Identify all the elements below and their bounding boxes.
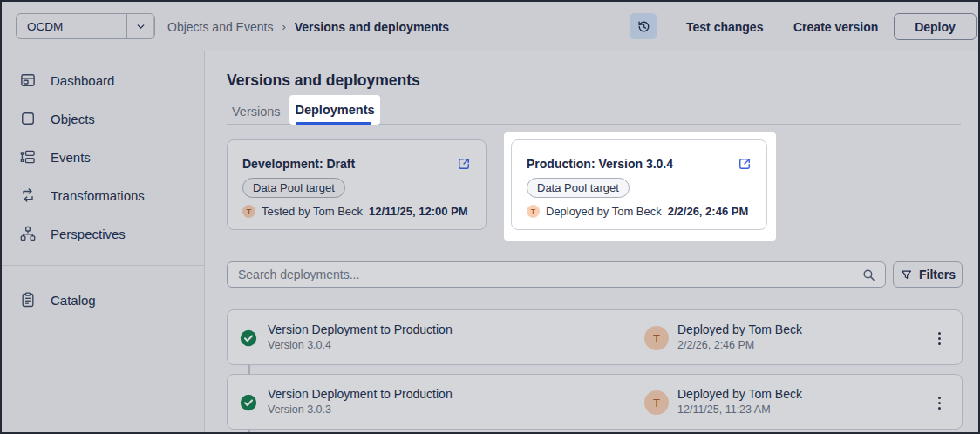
sidebar-item-perspectives[interactable]: Perspectives	[2, 214, 204, 253]
deployment-by: Deployed by Tom Beck	[677, 322, 802, 336]
breadcrumb-objects-and-events[interactable]: Objects and Events	[167, 20, 273, 34]
breadcrumb-separator: ›	[282, 20, 285, 33]
deploy-button[interactable]: Deploy	[894, 13, 977, 40]
sidebar: Dashboard Objects Events Transformations…	[2, 51, 205, 432]
card-meta: T Deployed by Tom Beck 2/2/26, 2:46 PM	[527, 205, 748, 218]
breadcrumb: Objects and Events › Versions and deploy…	[167, 2, 449, 51]
sidebar-item-dashboard[interactable]: Dashboard	[2, 61, 204, 99]
filter-funnel-icon	[900, 268, 913, 281]
external-link-icon[interactable]	[737, 156, 752, 172]
sidebar-item-label: Perspectives	[51, 227, 126, 241]
active-tab-underline	[296, 122, 371, 125]
sidebar-item-transformations[interactable]: Transformations	[2, 176, 204, 214]
avatar: T	[527, 205, 540, 218]
search-deployments-box	[227, 261, 886, 288]
events-icon	[19, 148, 37, 166]
development-card-title: Development: Draft	[242, 157, 355, 171]
test-changes-button[interactable]: Test changes	[686, 2, 763, 51]
production-card-title: Production: Version 3.0.4	[527, 157, 673, 171]
deployment-row[interactable]: Version Deployment to Production Version…	[227, 374, 963, 430]
sidebar-item-label: Events	[51, 150, 91, 165]
transformations-icon	[19, 186, 37, 204]
history-clock-icon	[636, 19, 651, 34]
avatar: T	[644, 390, 669, 415]
timeline-connector	[248, 430, 250, 434]
avatar: T	[644, 326, 669, 350]
timeline-connector	[248, 365, 250, 374]
filters-button-label: Filters	[919, 268, 956, 281]
perspectives-icon	[19, 225, 37, 242]
card-meta-time: 12/11/25, 12:00 PM	[369, 205, 467, 218]
sidebar-item-label: Dashboard	[51, 73, 114, 88]
sidebar-item-catalog[interactable]: Catalog	[2, 281, 204, 319]
sidebar-item-label: Catalog	[51, 293, 96, 308]
deployment-version: Version 3.0.4	[268, 339, 331, 351]
topbar-divider-2	[670, 17, 670, 37]
create-version-button[interactable]: Create version	[793, 2, 878, 51]
check-circle-icon	[240, 329, 257, 347]
tab-versions[interactable]: Versions	[232, 99, 281, 124]
card-meta-text: Tested by Tom Beck	[262, 205, 363, 218]
filters-button[interactable]: Filters	[893, 261, 963, 288]
main-content: Versions and deployments Versions Deploy…	[205, 51, 978, 432]
chevron-down-icon	[127, 21, 154, 32]
tab-deployments-label: Deployments	[295, 103, 374, 117]
avatar: T	[242, 205, 255, 218]
deployment-title: Version Deployment to Production	[268, 387, 453, 401]
card-meta-time: 2/2/26, 2:46 PM	[668, 205, 749, 218]
sidebar-item-label: Transformations	[51, 188, 145, 203]
external-link-icon[interactable]	[456, 156, 472, 172]
card-meta: T Tested by Tom Beck 12/11/25, 12:00 PM	[242, 205, 468, 218]
deployment-row[interactable]: Version Deployment to Production Version…	[227, 309, 963, 365]
topbar-divider	[153, 15, 154, 38]
target-chip: Data Pool target	[242, 178, 345, 198]
page-title: Versions and deployments	[227, 71, 420, 90]
tab-deployments[interactable]: Deployments	[289, 95, 380, 125]
sidebar-item-events[interactable]: Events	[2, 138, 204, 176]
development-card: Development: Draft Data Pool target T Te…	[227, 139, 487, 230]
objects-icon	[19, 110, 37, 127]
breadcrumb-current-page: Versions and deployments	[295, 20, 449, 34]
deployment-by: Deployed by Tom Beck	[677, 387, 802, 401]
deployment-time: 12/11/25, 11:23 AM	[677, 403, 771, 416]
app-window: OCDM Objects and Events › Versions and d…	[0, 0, 980, 434]
kebab-menu-icon[interactable]	[929, 392, 949, 413]
model-selector-value: OCDM	[17, 20, 126, 33]
catalog-icon	[19, 291, 37, 309]
deployment-version: Version 3.0.3	[268, 403, 331, 416]
production-card: Production: Version 3.0.4 Data Pool targ…	[511, 139, 767, 230]
model-selector-dropdown[interactable]: OCDM	[16, 13, 155, 39]
search-input[interactable]	[228, 262, 885, 287]
deployment-time: 2/2/26, 2:46 PM	[677, 339, 754, 351]
deployment-title: Version Deployment to Production	[268, 322, 453, 336]
dashboard-icon	[19, 71, 37, 89]
sidebar-item-objects[interactable]: Objects	[2, 99, 204, 138]
version-history-button[interactable]	[630, 13, 657, 39]
sidebar-item-label: Objects	[51, 112, 95, 126]
kebab-menu-icon[interactable]	[929, 328, 949, 349]
check-circle-icon	[240, 394, 257, 411]
card-meta-text: Deployed by Tom Beck	[546, 205, 662, 218]
sidebar-divider	[2, 265, 204, 266]
target-chip: Data Pool target	[527, 178, 630, 198]
top-bar: OCDM Objects and Events › Versions and d…	[2, 2, 978, 51]
spotlight-production-card: Production: Version 3.0.4 Data Pool targ…	[504, 132, 776, 241]
